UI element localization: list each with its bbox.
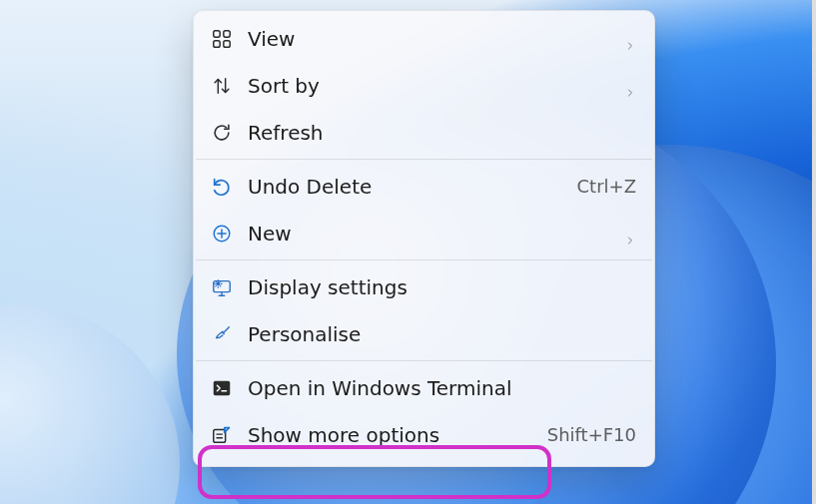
- sort-icon: [210, 74, 234, 98]
- menu-item-shortcut: Shift+F10: [547, 424, 636, 445]
- menu-item-sort[interactable]: Sort by: [194, 62, 654, 109]
- menu-item-label: Refresh: [248, 121, 636, 145]
- desktop-context-menu: ViewSort byRefreshUndo DeleteCtrl+ZNewDi…: [193, 10, 655, 467]
- menu-item-label: Display settings: [248, 275, 636, 299]
- chevron-right-icon: [624, 33, 636, 45]
- grid-icon: [210, 27, 234, 51]
- menu-separator: [196, 259, 652, 260]
- paintbrush-icon: [210, 322, 234, 346]
- menu-item-label: Personalise: [248, 322, 636, 346]
- menu-item-new[interactable]: New: [194, 210, 654, 256]
- menu-separator: [196, 360, 652, 361]
- menu-item-label: Undo Delete: [248, 175, 565, 199]
- menu-item-label: View: [248, 27, 616, 51]
- menu-item-shortcut: Ctrl+Z: [577, 176, 636, 197]
- menu-item-more[interactable]: Show more optionsShift+F10: [194, 411, 654, 458]
- undo-icon: [210, 175, 234, 199]
- menu-item-undo[interactable]: Undo DeleteCtrl+Z: [194, 163, 654, 210]
- terminal-icon: [210, 376, 234, 400]
- menu-item-personalise[interactable]: Personalise: [194, 310, 654, 357]
- chevron-right-icon: [624, 228, 636, 240]
- more-options-icon: [210, 423, 234, 447]
- menu-item-label: Open in Windows Terminal: [248, 376, 636, 400]
- menu-item-label: Sort by: [248, 74, 616, 98]
- menu-item-refresh[interactable]: Refresh: [194, 109, 654, 156]
- menu-separator: [196, 159, 652, 160]
- new-icon: [210, 222, 234, 246]
- menu-item-view[interactable]: View: [194, 15, 654, 62]
- edge-artifact: [812, 0, 816, 504]
- refresh-icon: [210, 121, 234, 145]
- menu-item-terminal[interactable]: Open in Windows Terminal: [194, 364, 654, 411]
- menu-item-display[interactable]: Display settings: [194, 263, 654, 310]
- display-settings-icon: [210, 275, 234, 299]
- menu-item-label: New: [248, 222, 616, 246]
- menu-item-label: Show more options: [248, 423, 535, 447]
- chevron-right-icon: [624, 80, 636, 92]
